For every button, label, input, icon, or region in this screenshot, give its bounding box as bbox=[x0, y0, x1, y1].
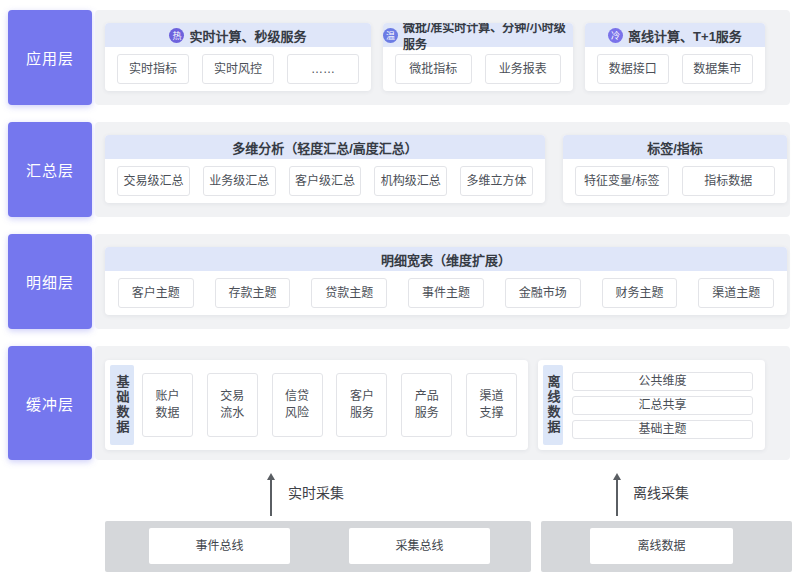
panel-multidim-header: 多维分析（轻度汇总/高度汇总） bbox=[105, 135, 545, 159]
node-ellipsis: …… bbox=[287, 54, 359, 84]
realtime-collect-arrow-icon bbox=[267, 473, 275, 480]
node: 实时指标 bbox=[117, 54, 189, 84]
panel-warm-header: 温 微批/准实时计算、分钟/小时级服务 bbox=[383, 23, 573, 47]
panel-warm-title: 微批/准实时计算、分钟/小时级服务 bbox=[403, 23, 573, 52]
node: 微批指标 bbox=[395, 54, 472, 84]
node: 渠道 支撑 bbox=[466, 373, 517, 437]
node: 账户 数据 bbox=[142, 373, 193, 437]
node: 客户 服务 bbox=[336, 373, 387, 437]
realtime-collect-arrow bbox=[270, 480, 272, 516]
node: 汇总共享 bbox=[572, 396, 753, 415]
panel-tags-indicators: 标签/指标 特征变量/标签 指标数据 bbox=[563, 135, 787, 203]
panel-base-data: 基础数据 账户 数据 交易 流水 信贷 风险 客户 服务 产品 服务 渠道 支撑 bbox=[105, 360, 528, 450]
panel-warm-services: 温 微批/准实时计算、分钟/小时级服务 微批指标 业务报表 bbox=[383, 23, 573, 91]
realtime-bus-bar: 事件总线 采集总线 bbox=[105, 521, 531, 572]
buffer-layer-row: 基础数据 账户 数据 交易 流水 信贷 风险 客户 服务 产品 服务 渠道 支撑… bbox=[95, 346, 790, 460]
node: 业务报表 bbox=[485, 54, 562, 84]
panel-tags-header: 标签/指标 bbox=[563, 135, 787, 159]
node: 实时风控 bbox=[202, 54, 274, 84]
offline-data-side-label: 离线数据 bbox=[543, 365, 563, 445]
node: 财务主题 bbox=[602, 278, 678, 308]
base-data-side-label: 基础数据 bbox=[110, 365, 134, 445]
panel-wide-table-title: 明细宽表（维度扩展） bbox=[381, 250, 511, 269]
node: 多维立方体 bbox=[460, 166, 533, 196]
node: 指标数据 bbox=[682, 166, 776, 196]
warm-badge-icon: 温 bbox=[383, 28, 398, 43]
node: 数据接口 bbox=[597, 54, 669, 84]
bus-node: 事件总线 bbox=[149, 528, 290, 564]
node: 交易 流水 bbox=[207, 373, 258, 437]
cold-badge-icon: 冷 bbox=[608, 28, 623, 43]
node: 数据集市 bbox=[682, 54, 754, 84]
panel-wide-table: 明细宽表（维度扩展） 客户主题 存款主题 贷款主题 事件主题 金融市场 财务主题… bbox=[105, 247, 787, 315]
offline-collect-arrow bbox=[616, 480, 618, 516]
realtime-collect-label: 实时采集 bbox=[288, 482, 344, 502]
node: 贷款主题 bbox=[311, 278, 387, 308]
offline-collect-label: 离线采集 bbox=[633, 482, 689, 502]
node: 产品 服务 bbox=[401, 373, 452, 437]
node: 渠道主题 bbox=[698, 278, 774, 308]
node: 特征变量/标签 bbox=[575, 166, 669, 196]
offline-collect-arrow-icon bbox=[613, 473, 621, 480]
panel-wide-table-header: 明细宽表（维度扩展） bbox=[105, 247, 787, 271]
node: 客户级汇总 bbox=[289, 166, 362, 196]
panel-tags-title: 标签/指标 bbox=[647, 138, 703, 157]
node: 交易级汇总 bbox=[117, 166, 190, 196]
node: 公共维度 bbox=[572, 372, 753, 391]
node: 基础主题 bbox=[572, 420, 753, 439]
offline-bus-bar: 离线数据 bbox=[541, 521, 792, 572]
summary-layer-row: 多维分析（轻度汇总/高度汇总） 交易级汇总 业务级汇总 客户级汇总 机构级汇总 … bbox=[95, 122, 790, 217]
layer-label-buffer: 缓冲层 bbox=[8, 346, 92, 460]
node: 机构级汇总 bbox=[374, 166, 447, 196]
data-architecture-diagram: 应用层 热 实时计算、秒级服务 实时指标 实时风控 …… 温 微批/准实时计算、… bbox=[0, 0, 800, 576]
layer-label-application: 应用层 bbox=[8, 10, 92, 105]
application-layer-row: 热 实时计算、秒级服务 实时指标 实时风控 …… 温 微批/准实时计算、分钟/小… bbox=[95, 10, 790, 105]
panel-cold-header: 冷 离线计算、T+1服务 bbox=[585, 23, 765, 47]
panel-hot-title: 实时计算、秒级服务 bbox=[189, 26, 306, 45]
node: 客户主题 bbox=[118, 278, 194, 308]
node: 事件主题 bbox=[408, 278, 484, 308]
bus-node: 采集总线 bbox=[349, 528, 490, 564]
node: 金融市场 bbox=[505, 278, 581, 308]
node: 存款主题 bbox=[215, 278, 291, 308]
panel-cold-services: 冷 离线计算、T+1服务 数据接口 数据集市 bbox=[585, 23, 765, 91]
panel-cold-title: 离线计算、T+1服务 bbox=[628, 26, 742, 45]
panel-multidim-analysis: 多维分析（轻度汇总/高度汇总） 交易级汇总 业务级汇总 客户级汇总 机构级汇总 … bbox=[105, 135, 545, 203]
panel-hot-header: 热 实时计算、秒级服务 bbox=[105, 23, 371, 47]
detail-layer-row: 明细宽表（维度扩展） 客户主题 存款主题 贷款主题 事件主题 金融市场 财务主题… bbox=[95, 234, 790, 329]
node: 业务级汇总 bbox=[203, 166, 276, 196]
node: 信贷 风险 bbox=[272, 373, 323, 437]
panel-hot-services: 热 实时计算、秒级服务 实时指标 实时风控 …… bbox=[105, 23, 371, 91]
panel-offline-data: 离线数据 公共维度 汇总共享 基础主题 bbox=[538, 360, 765, 450]
hot-badge-icon: 热 bbox=[169, 28, 184, 43]
layer-label-detail: 明细层 bbox=[8, 234, 92, 329]
panel-multidim-title: 多维分析（轻度汇总/高度汇总） bbox=[232, 138, 418, 157]
layer-label-summary: 汇总层 bbox=[8, 122, 92, 217]
bus-node: 离线数据 bbox=[590, 528, 733, 564]
